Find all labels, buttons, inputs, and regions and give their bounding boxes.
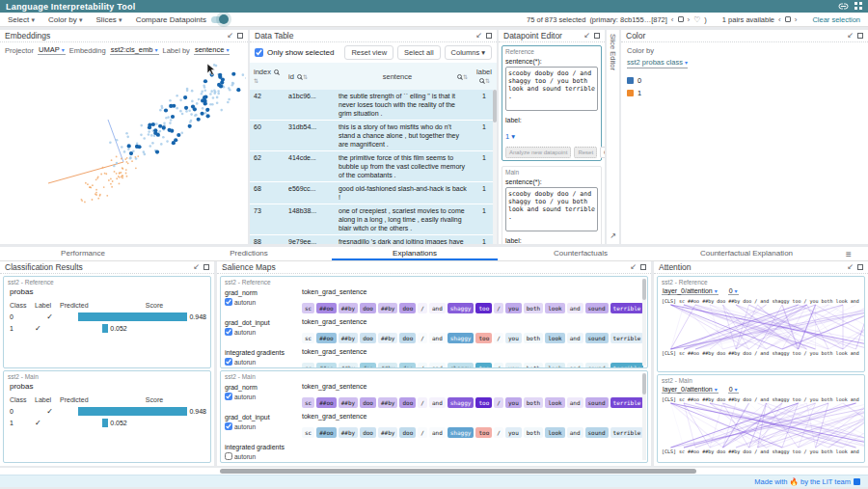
datapoint[interactable] xyxy=(97,198,99,200)
datapoint[interactable] xyxy=(100,174,102,176)
salience-token[interactable]: sound xyxy=(585,333,609,343)
datapoint[interactable] xyxy=(116,173,118,175)
autorun-checkbox[interactable] xyxy=(225,422,232,430)
datapoint[interactable] xyxy=(114,171,116,173)
salience-token[interactable]: look xyxy=(545,397,564,408)
datapoint[interactable] xyxy=(203,95,206,99)
salience-token[interactable]: ##by xyxy=(378,397,397,408)
minimize-icon[interactable]: ↙ xyxy=(193,263,200,271)
compare-datapoints-toggle[interactable] xyxy=(211,16,228,23)
salience-token[interactable]: / xyxy=(418,397,427,408)
salience-token[interactable]: both xyxy=(524,427,543,438)
table-row[interactable]: 73148b38...one of creepiest , scariest m… xyxy=(250,204,497,234)
datapoint[interactable] xyxy=(81,199,83,201)
tab-counterfactual-explanation[interactable]: Counterfactual Explanation xyxy=(664,247,829,260)
salience-token[interactable]: shaggy xyxy=(448,397,475,408)
autorun-control[interactable]: autorun xyxy=(225,298,302,306)
datapoint[interactable] xyxy=(122,167,123,169)
salience-token[interactable]: sc xyxy=(302,303,314,313)
datapoint[interactable] xyxy=(92,184,94,186)
head-select[interactable]: 0 ▾ xyxy=(728,386,739,394)
tab-counterfactuals[interactable]: Counterfactuals xyxy=(498,247,664,260)
datapoint[interactable] xyxy=(127,148,130,150)
salience-token[interactable]: ##by xyxy=(378,333,397,343)
datapoint[interactable] xyxy=(127,162,129,164)
salience-token[interactable]: look xyxy=(545,333,564,343)
datapoint[interactable] xyxy=(122,176,123,177)
datapoint[interactable] xyxy=(191,90,194,93)
datapoint[interactable] xyxy=(119,177,121,178)
datapoint[interactable] xyxy=(125,132,128,135)
datapoint[interactable] xyxy=(204,112,207,115)
datapoint[interactable] xyxy=(102,167,104,169)
datapoint[interactable] xyxy=(190,113,193,116)
datapoint[interactable] xyxy=(162,136,165,139)
datapoint[interactable] xyxy=(123,150,126,153)
datapoint[interactable] xyxy=(209,93,212,95)
salience-token[interactable]: terrible xyxy=(610,333,643,343)
datapoint[interactable] xyxy=(164,108,168,112)
datapoint[interactable] xyxy=(193,107,197,111)
salience-token[interactable]: ##by xyxy=(339,363,358,368)
salience-token[interactable]: doo xyxy=(360,363,376,368)
datapoint[interactable] xyxy=(209,103,212,106)
datapoint[interactable] xyxy=(205,108,209,112)
maximize-icon[interactable] xyxy=(857,33,863,39)
datapoint[interactable] xyxy=(176,107,178,110)
salience-token[interactable]: ##oo xyxy=(316,397,336,408)
salience-token[interactable]: sound xyxy=(585,303,609,313)
salience-token[interactable]: / xyxy=(494,397,503,408)
datapoint[interactable] xyxy=(232,82,235,85)
datapoint[interactable] xyxy=(158,124,162,128)
datapoint[interactable] xyxy=(143,137,146,140)
salience-scrollbar[interactable] xyxy=(642,279,646,366)
minimize-icon[interactable]: ↙ xyxy=(847,32,854,40)
salience-token[interactable]: doo xyxy=(399,303,416,313)
datapoint[interactable] xyxy=(171,115,175,119)
datapoint[interactable] xyxy=(169,104,173,108)
datapoint[interactable] xyxy=(203,79,207,83)
datapoint[interactable] xyxy=(125,173,127,175)
salience-token[interactable]: and xyxy=(429,363,446,368)
datapoint[interactable] xyxy=(84,202,86,204)
datapoint[interactable] xyxy=(188,124,192,128)
datapoint[interactable] xyxy=(110,183,112,185)
autorun-control[interactable]: autorun xyxy=(225,452,302,460)
salience-token[interactable]: both xyxy=(524,303,543,313)
salience-token[interactable]: shaggy xyxy=(448,363,475,368)
table-row[interactable]: 42a1bc96...the subtle strength of `` ell… xyxy=(250,90,497,120)
datapoint[interactable] xyxy=(212,96,215,99)
salience-token[interactable]: look xyxy=(545,303,564,313)
salience-token[interactable]: you xyxy=(505,363,522,368)
salience-token[interactable]: both xyxy=(524,333,543,343)
datapoint[interactable] xyxy=(148,130,150,133)
salience-token[interactable]: doo xyxy=(399,427,416,438)
lit-logo-icon[interactable] xyxy=(854,478,860,485)
datapoint[interactable] xyxy=(188,110,191,113)
salience-token[interactable]: and xyxy=(567,363,583,368)
datapoint[interactable] xyxy=(228,98,231,101)
datapoint[interactable] xyxy=(217,90,220,93)
datapoint[interactable] xyxy=(87,183,89,185)
datapoint[interactable] xyxy=(135,167,137,169)
autorun-checkbox[interactable] xyxy=(225,393,232,400)
datapoint[interactable] xyxy=(201,112,204,116)
datapoint[interactable] xyxy=(217,93,220,95)
salience-token[interactable]: ##oo xyxy=(316,363,336,368)
salience-token[interactable]: terrible xyxy=(610,303,643,313)
datapoint[interactable] xyxy=(85,182,87,184)
columns-button[interactable]: Columns ▾ xyxy=(445,45,492,60)
datapoint[interactable] xyxy=(201,91,203,94)
salience-token[interactable]: sound xyxy=(585,427,609,438)
minimize-icon[interactable]: ↙ xyxy=(227,32,233,40)
menu-icon[interactable] xyxy=(854,2,862,11)
salience-token[interactable]: terrible xyxy=(610,397,643,408)
datapoint[interactable] xyxy=(116,139,119,142)
salience-token[interactable]: doo xyxy=(360,333,376,343)
column-header-label[interactable]: label ⇅ xyxy=(472,66,497,87)
salience-token[interactable]: look xyxy=(545,363,564,368)
salience-token[interactable]: terrible xyxy=(610,363,643,368)
datapoint[interactable] xyxy=(210,90,213,93)
datapoint[interactable] xyxy=(150,134,153,137)
salience-token[interactable]: and xyxy=(429,333,446,343)
